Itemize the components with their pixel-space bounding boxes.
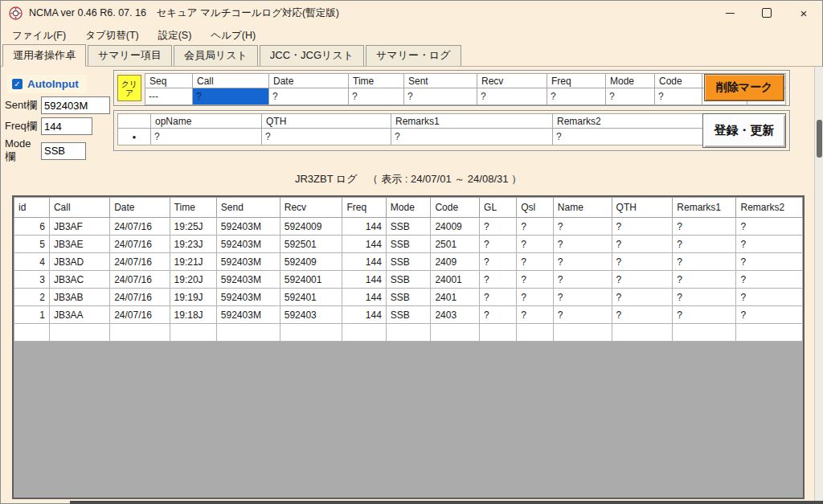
log-col-header[interactable]: Name	[553, 198, 612, 218]
qso-entry-cell[interactable]: ?	[404, 88, 477, 105]
qso-entry-col-header[interactable]: Code	[655, 74, 702, 88]
log-cell[interactable]	[612, 324, 673, 342]
log-cell[interactable]: 24/07/16	[110, 289, 170, 306]
log-cell[interactable]: 5924009	[280, 218, 342, 236]
log-col-header[interactable]: Freq	[342, 198, 386, 218]
menu-help[interactable]: ヘルプ(H)	[201, 26, 265, 46]
log-cell[interactable]: 19:25J	[170, 218, 216, 236]
log-cell[interactable]: JB3AB	[49, 289, 109, 306]
autoinput-checkbox[interactable]: ✓ AutoInput	[7, 75, 87, 93]
log-cell[interactable]: 592403M	[216, 306, 280, 324]
tab-member-list[interactable]: 会員局リスト	[174, 45, 258, 66]
log-cell[interactable]: 4	[14, 253, 50, 271]
log-col-header[interactable]: QTH	[612, 198, 673, 218]
tab-operator-console[interactable]: 運用者操作卓	[2, 44, 86, 67]
qso-entry-col-header[interactable]: Seq	[145, 74, 193, 88]
log-col-header[interactable]: Remarks1	[673, 198, 736, 218]
log-cell[interactable]	[49, 324, 109, 342]
log-cell[interactable]: 24001	[431, 271, 480, 289]
log-cell[interactable]: SSB	[386, 236, 431, 253]
log-cell[interactable]: 24/07/16	[110, 306, 170, 324]
tab-jcc-jcg-list[interactable]: JCC・JCGリスト	[260, 45, 364, 66]
log-cell[interactable]: JB3AD	[49, 253, 109, 271]
log-cell[interactable]: 24009	[431, 218, 480, 236]
log-cell[interactable]	[517, 324, 554, 342]
qso-entry-cell[interactable]: ?	[477, 88, 547, 105]
log-cell[interactable]: SSB	[386, 218, 431, 236]
log-cell[interactable]: ?	[736, 306, 803, 324]
log-cell[interactable]: 144	[342, 306, 386, 324]
menu-settings[interactable]: 設定(S)	[149, 26, 202, 46]
detail-entry-cell[interactable]: ?	[553, 129, 714, 145]
qso-entry-cell[interactable]: ?	[655, 88, 702, 105]
log-cell[interactable]: ?	[480, 306, 517, 324]
log-cell[interactable]: ?	[612, 253, 673, 271]
delete-mark-button[interactable]: 削除マーク	[704, 74, 784, 101]
log-col-header[interactable]: Mode	[386, 198, 431, 218]
tab-summary-items[interactable]: サマリー項目	[88, 45, 172, 66]
log-cell[interactable]: 592501	[280, 236, 342, 253]
log-col-header[interactable]: Time	[170, 198, 216, 218]
log-col-header[interactable]: Send	[216, 198, 280, 218]
log-cell[interactable]: 19:21J	[170, 253, 216, 271]
log-cell[interactable]: 592403	[280, 306, 342, 324]
log-cell[interactable]: 144	[342, 271, 386, 289]
log-cell[interactable]: ?	[553, 306, 612, 324]
log-col-header[interactable]: Recv	[280, 198, 342, 218]
qso-entry-cell[interactable]: ---	[145, 88, 193, 105]
log-cell[interactable]	[736, 324, 803, 342]
log-cell[interactable]	[431, 324, 480, 342]
qso-entry-col-header[interactable]: Recv	[477, 74, 547, 88]
log-cell[interactable]: 592403M	[216, 289, 280, 306]
freq-field[interactable]	[41, 117, 92, 135]
detail-entry-col-header[interactable]	[118, 114, 151, 129]
log-cell[interactable]: 2501	[431, 236, 480, 253]
log-cell[interactable]: ?	[673, 271, 736, 289]
detail-entry-col-header[interactable]: Remarks2	[553, 114, 714, 129]
menu-tab-switch[interactable]: タブ切替(T)	[76, 26, 149, 46]
log-cell[interactable]: ?	[480, 236, 517, 253]
log-cell[interactable]: ?	[736, 271, 803, 289]
detail-entry-col-header[interactable]: QTH	[262, 114, 391, 129]
log-cell[interactable]: 592403M	[216, 218, 280, 236]
qso-entry-cell[interactable]: ?	[193, 88, 269, 105]
log-cell[interactable]: ?	[480, 289, 517, 306]
qso-entry-col-header[interactable]: Sent	[404, 74, 477, 88]
qso-entry-cell[interactable]: ?	[349, 88, 404, 105]
log-cell[interactable]: ?	[612, 289, 673, 306]
log-cell[interactable]: ?	[673, 253, 736, 271]
log-cell[interactable]: ?	[612, 271, 673, 289]
log-col-header[interactable]: Code	[431, 198, 480, 218]
log-cell[interactable]	[342, 324, 386, 342]
log-cell[interactable]: JB3AC	[49, 271, 109, 289]
log-col-header[interactable]: Call	[49, 198, 109, 218]
log-cell[interactable]: 5924001	[280, 271, 342, 289]
log-cell[interactable]	[673, 324, 736, 342]
tab-summary-log[interactable]: サマリー・ログ	[366, 45, 461, 66]
log-cell[interactable]	[216, 324, 280, 342]
detail-entry-cell[interactable]: ?	[262, 129, 391, 145]
log-cell[interactable]: 144	[342, 236, 386, 253]
log-cell[interactable]	[480, 324, 517, 342]
log-cell[interactable]: 2401	[431, 289, 480, 306]
log-cell[interactable]	[170, 324, 216, 342]
qso-entry-cell[interactable]: ?	[547, 88, 606, 105]
log-cell[interactable]: ?	[517, 253, 554, 271]
detail-entry-col-header[interactable]: Remarks1	[391, 114, 553, 129]
log-cell[interactable]: 19:19J	[170, 289, 216, 306]
qso-entry-col-header[interactable]: Freq	[547, 74, 606, 88]
log-col-header[interactable]: Remarks2	[736, 198, 803, 218]
log-cell[interactable]: ?	[673, 306, 736, 324]
mode-field[interactable]	[41, 142, 86, 160]
log-cell[interactable]: ?	[517, 306, 554, 324]
log-cell[interactable]: ?	[612, 218, 673, 236]
log-cell[interactable]: 144	[342, 289, 386, 306]
log-cell[interactable]	[553, 324, 612, 342]
log-cell[interactable]: 3	[14, 271, 50, 289]
qso-entry-cell[interactable]: ?	[269, 88, 349, 105]
log-cell[interactable]: ?	[553, 253, 612, 271]
log-cell[interactable]: JB3AF	[49, 218, 109, 236]
log-cell[interactable]: 2403	[431, 306, 480, 324]
log-cell[interactable]: 592403M	[216, 253, 280, 271]
register-update-button[interactable]: 登録・更新	[702, 113, 786, 148]
